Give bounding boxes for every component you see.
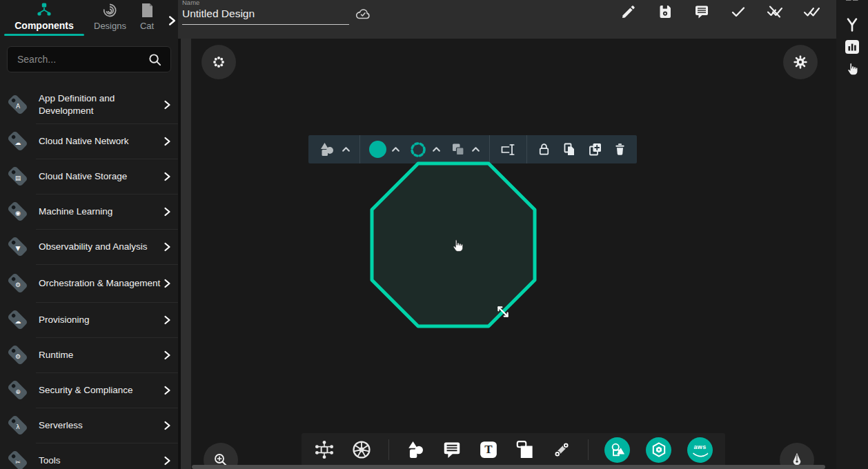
shapes-icon [405, 439, 426, 460]
edit-button[interactable] [620, 3, 637, 20]
category-glyph: ▤ [15, 175, 21, 181]
aws-library-button[interactable]: aws [687, 437, 713, 463]
layers-button[interactable] [450, 141, 480, 158]
category-label: Orchestration & Management [39, 277, 164, 290]
bar-chart-icon[interactable] [845, 39, 860, 54]
chevron-right-icon [164, 350, 171, 360]
delete-button[interactable] [613, 141, 627, 157]
category-tag-icon: λ [6, 413, 30, 438]
note-tool-button[interactable] [515, 439, 535, 460]
grid-icon[interactable] [845, 0, 860, 6]
category-glyph: A [16, 103, 20, 110]
comment-button[interactable] [693, 3, 710, 20]
shapes-icon [318, 141, 337, 158]
category-row[interactable]: ⊕ Security & Compliance [0, 372, 178, 408]
chevron-right-icon [164, 100, 171, 110]
tab-catalog[interactable]: Cat [140, 2, 154, 36]
rename-button[interactable] [499, 142, 517, 157]
touch-icon[interactable] [845, 61, 860, 78]
rename-icon [499, 142, 517, 157]
link-icon [551, 439, 572, 460]
category-list: A App Definition and Development ☁ Cloud… [0, 81, 178, 469]
pencil-icon [620, 3, 637, 20]
chevron-right-icon [164, 137, 171, 146]
category-label: Provisioning [39, 314, 164, 326]
category-row[interactable]: ▤ Cloud Native Storage [0, 159, 178, 194]
canvas-settings-button[interactable] [783, 45, 818, 79]
search-icon [148, 52, 162, 67]
category-row[interactable]: ⚙ Runtime [0, 337, 178, 372]
kubernetes-tool-button[interactable] [351, 439, 373, 461]
chevron-right-icon [164, 207, 171, 217]
category-row[interactable]: ✂ Tools [0, 443, 178, 469]
topbar: Name [178, 0, 836, 39]
tab-designs[interactable]: Designs [94, 2, 126, 36]
category-row[interactable]: ◉ Machine Learning [0, 194, 178, 229]
shapes-library-button[interactable] [604, 437, 630, 463]
chevron-right-icon [164, 456, 171, 466]
octagon-node[interactable] [370, 161, 537, 328]
shapes-tool-button[interactable] [405, 439, 426, 460]
fill-color-button[interactable] [369, 141, 400, 158]
comment-tool-button[interactable] [442, 439, 462, 460]
floppy-icon [657, 3, 673, 20]
category-label: Machine Learning [39, 206, 164, 218]
octagon-shape[interactable] [372, 163, 535, 326]
category-row[interactable]: A App Definition and Development [0, 86, 178, 123]
panel-tabs: Components Designs Cat [0, 0, 178, 36]
category-tag-icon: A [6, 92, 30, 117]
design-name-input[interactable] [182, 6, 349, 25]
lock-button[interactable] [536, 141, 552, 157]
resize-arrow-icon[interactable] [495, 304, 511, 319]
stroke-style-button[interactable] [409, 141, 441, 159]
cloud-saved-icon [355, 6, 371, 21]
chevron-up-icon [432, 146, 441, 152]
snap-button[interactable] [201, 45, 236, 79]
category-glyph: ☁ [15, 140, 21, 146]
category-label: Security & Compliance [39, 384, 164, 397]
category-tag-icon: ✂ [6, 448, 30, 469]
gear-icon [793, 54, 808, 70]
save-button[interactable] [657, 3, 673, 20]
shape-picker-button[interactable] [318, 141, 351, 158]
component-tool-button[interactable] [314, 439, 335, 460]
double-check-icon [803, 3, 820, 20]
category-label: Serverless [39, 419, 164, 432]
deploy-button[interactable] [803, 3, 820, 20]
trash-icon [613, 141, 627, 157]
copy-button[interactable] [561, 141, 578, 158]
category-row[interactable]: ▼ Observability and Analysis [0, 229, 178, 264]
rose-icon [101, 2, 118, 19]
search-box [7, 46, 171, 72]
category-row[interactable]: λ Serverless [0, 408, 178, 443]
chevron-right-icon [164, 279, 171, 288]
category-tag-icon: ▼ [6, 234, 30, 259]
category-glyph: ▼ [16, 246, 21, 252]
panel-resize-handle[interactable] [181, 39, 191, 469]
tabs-scroll-chevron-icon[interactable] [168, 15, 176, 26]
tools-dock: T [302, 433, 725, 466]
category-label: Cloud Native Storage [39, 170, 164, 183]
category-row[interactable]: ☁ Provisioning [0, 302, 178, 337]
duplicate-button[interactable] [586, 141, 604, 158]
category-row[interactable]: ⚙ Orchestration & Management [0, 264, 178, 302]
dock-divider [588, 439, 589, 460]
merge-y-icon[interactable] [845, 17, 860, 32]
category-tag-icon: ◉ [6, 199, 30, 224]
canvas[interactable]: T [191, 39, 836, 469]
text-tool-button[interactable]: T [478, 439, 499, 460]
category-label: Runtime [39, 349, 164, 361]
toolbar-divider [359, 135, 360, 163]
horizontal-scrollbar[interactable] [192, 465, 825, 469]
hexagon-library-button[interactable] [646, 437, 671, 463]
copy-plus-icon [586, 141, 604, 158]
dry-run-button[interactable] [767, 3, 783, 20]
tab-components[interactable]: Components [8, 1, 80, 36]
category-glyph: ⚙ [15, 282, 21, 288]
category-label: Cloud Native Network [39, 135, 164, 148]
category-tag-icon: ☁ [6, 308, 30, 332]
validate-button[interactable] [730, 3, 747, 20]
edge-tool-button[interactable] [551, 439, 572, 460]
category-row[interactable]: ☁ Cloud Native Network [0, 123, 178, 159]
search-input[interactable] [16, 53, 148, 66]
